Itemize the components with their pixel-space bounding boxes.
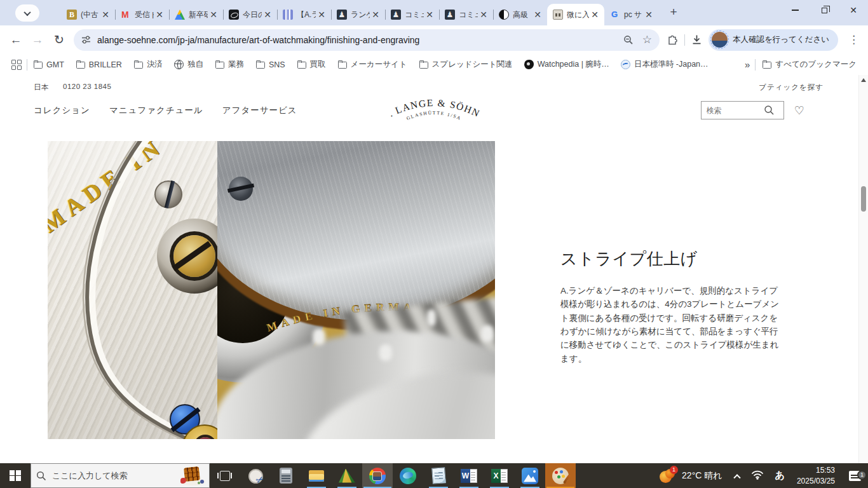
- snipping-tool-taskbar-button[interactable]: [240, 463, 271, 488]
- tab-close-icon[interactable]: ✕: [643, 10, 654, 20]
- tab-7[interactable]: コミュ✕: [385, 4, 439, 25]
- weather-temp: 22°C: [682, 470, 702, 480]
- forward-button[interactable]: →: [27, 29, 48, 51]
- country-selector[interactable]: 日本: [34, 83, 49, 92]
- tab-close-icon[interactable]: ✕: [589, 10, 600, 20]
- hidden-icons-chevron[interactable]: [729, 473, 745, 478]
- nav-manufacture[interactable]: マニュファクチュール: [109, 105, 203, 116]
- chrome-taskbar-button[interactable]: [362, 463, 393, 488]
- wifi-icon[interactable]: [745, 470, 770, 482]
- tab-11[interactable]: pc サ✕: [604, 4, 658, 25]
- page-scrollbar[interactable]: [858, 75, 868, 463]
- bookmark-item-3[interactable]: 決済: [133, 59, 163, 70]
- bookmark-item-7[interactable]: 買取: [297, 59, 326, 70]
- tab-10[interactable]: 微に入✕: [547, 4, 604, 25]
- tab-close-icon[interactable]: ✕: [478, 10, 489, 20]
- tab-9[interactable]: 高級✕: [493, 4, 547, 25]
- search-daily-image[interactable]: [179, 466, 207, 486]
- clock[interactable]: 15:53 2025/03/25: [790, 465, 841, 485]
- tab-8[interactable]: コミュ✕: [439, 4, 493, 25]
- start-button[interactable]: [0, 463, 31, 488]
- word-taskbar-button[interactable]: W: [454, 463, 484, 488]
- edge-taskbar-button[interactable]: [393, 463, 423, 488]
- boutique-finder-link[interactable]: ブティックを探す: [759, 83, 824, 92]
- tab-close-icon[interactable]: ✕: [262, 10, 273, 20]
- extensions-icon[interactable]: [667, 34, 678, 45]
- folder-icon: [33, 60, 43, 69]
- taskbar-right: 1 22°C 晴れ あ 15:53 2025/03/25 1: [653, 463, 868, 488]
- site-search-box[interactable]: [701, 101, 784, 119]
- restore-button[interactable]: [810, 0, 839, 20]
- calculator-taskbar-button[interactable]: [271, 463, 301, 488]
- paint-taskbar-button[interactable]: [545, 463, 576, 488]
- folder-icon: [76, 60, 85, 69]
- minimize-button[interactable]: [780, 0, 810, 20]
- figure-favicon-icon: [337, 10, 347, 20]
- zoom-out-icon[interactable]: [623, 35, 634, 45]
- tab-close-icon[interactable]: ✕: [154, 10, 165, 20]
- nav-after-sales[interactable]: アフターサービス: [222, 105, 297, 116]
- snipping-tool-icon: [247, 468, 264, 484]
- scrollbar-up-arrow[interactable]: [861, 78, 866, 82]
- notepad-icon: [431, 467, 446, 484]
- address-bar[interactable]: alange-soehne.com/jp-ja/manufacture/art-…: [74, 29, 660, 51]
- tab-close-icon[interactable]: ✕: [100, 10, 111, 20]
- profile-chip[interactable]: 本人確認を行ってください: [709, 29, 838, 51]
- bookmark-item-10[interactable]: Watchpedia | 腕時…: [524, 59, 609, 70]
- site-info-icon[interactable]: [81, 35, 91, 44]
- bookmark-item-9[interactable]: スプレッドシート関連: [419, 59, 513, 70]
- nav-collections[interactable]: コレクション: [34, 105, 90, 116]
- new-tab-button[interactable]: +: [665, 3, 682, 21]
- tab-search-button[interactable]: [15, 4, 39, 22]
- close-button[interactable]: ✕: [839, 0, 868, 20]
- apps-grid-icon[interactable]: [11, 60, 22, 70]
- bookmark-item-1[interactable]: GMT: [33, 60, 64, 69]
- tab-1[interactable]: (中古✕: [61, 4, 115, 25]
- notepad-taskbar-button[interactable]: [423, 463, 454, 488]
- tab-5[interactable]: 【A.ラ✕: [277, 4, 331, 25]
- reload-button[interactable]: ↻: [48, 29, 70, 51]
- back-button[interactable]: ←: [5, 29, 27, 51]
- bookmark-item-4[interactable]: 独自: [174, 59, 203, 70]
- bookmark-item-8[interactable]: メーカーサイト: [337, 59, 407, 70]
- tab-close-icon[interactable]: ✕: [208, 10, 219, 20]
- als-favicon-icon: [553, 10, 563, 20]
- brand-logo[interactable]: A. LANGE & SÖHNE GLASHÜTTE 1/SA: [383, 93, 485, 123]
- phone-number[interactable]: 0120 23 1845: [63, 83, 111, 92]
- weather-widget[interactable]: 1 22°C 晴れ: [653, 468, 729, 484]
- tab-3[interactable]: 新卒研✕: [169, 4, 223, 25]
- dynamics-taskbar-button[interactable]: [332, 463, 362, 488]
- action-center[interactable]: 1: [841, 471, 868, 481]
- site-search-input[interactable]: [707, 106, 764, 115]
- menu-kebab-icon[interactable]: ⋮: [844, 33, 863, 46]
- search-icon[interactable]: [764, 105, 775, 116]
- bookmark-item-6[interactable]: SNS: [255, 60, 285, 69]
- bookmark-label: 独自: [187, 59, 203, 70]
- tab-2[interactable]: 受信ト✕: [115, 4, 169, 25]
- download-icon[interactable]: [691, 34, 702, 45]
- photos-taskbar-button[interactable]: [515, 463, 545, 488]
- tab-close-icon[interactable]: ✕: [316, 10, 327, 20]
- tab-4[interactable]: 今日の✕: [223, 4, 277, 25]
- tab-close-icon[interactable]: ✕: [370, 10, 381, 20]
- wishlist-heart-icon[interactable]: ♡: [794, 104, 804, 118]
- taskbar-search-box[interactable]: ここに入力して検索: [31, 463, 210, 488]
- site-utility-row: 日本 0120 23 1845: [34, 83, 111, 92]
- ime-indicator[interactable]: あ: [770, 470, 790, 482]
- bookmark-item-2[interactable]: BRILLER: [76, 60, 122, 69]
- tab-close-icon[interactable]: ✕: [532, 10, 543, 20]
- folder-icon: [762, 60, 771, 69]
- tab-close-icon[interactable]: ✕: [424, 10, 435, 20]
- chevron-up-icon: [733, 474, 740, 481]
- all-bookmarks-button[interactable]: すべてのブックマーク: [762, 59, 857, 70]
- tab-6[interactable]: ランゲ✕: [331, 4, 385, 25]
- bookmark-item-5[interactable]: 業務: [215, 59, 244, 70]
- excel-taskbar-button[interactable]: X: [484, 463, 515, 488]
- file-explorer-taskbar-button[interactable]: [301, 463, 332, 488]
- bookmarks-overflow-chevron[interactable]: »: [740, 59, 755, 70]
- window-controls: ✕: [780, 0, 868, 20]
- bookmark-item-11[interactable]: 日本標準時 -Japan…: [621, 59, 709, 70]
- bookmark-star-icon[interactable]: ☆: [642, 33, 652, 46]
- scrollbar-thumb[interactable]: [861, 186, 866, 212]
- task-view-taskbar-button[interactable]: [210, 463, 240, 488]
